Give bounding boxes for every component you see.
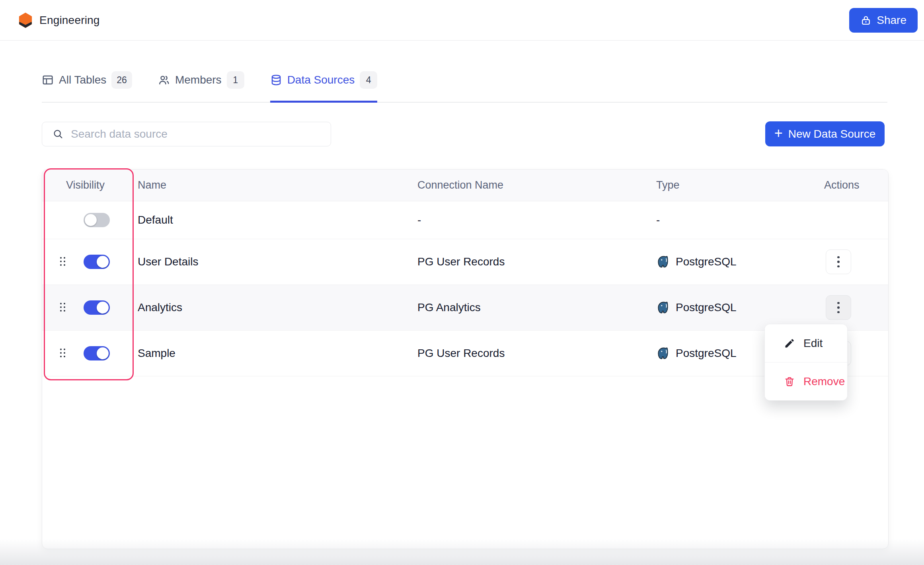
table-row-analytics: Analytics PG Analytics PostgreSQL	[42, 285, 888, 331]
column-header-name: Name	[138, 179, 417, 191]
search-box	[42, 122, 331, 146]
column-header-connection: Connection Name	[417, 179, 656, 191]
workspace-title: Engineering	[39, 14, 100, 27]
postgresql-icon	[656, 347, 670, 360]
tab-all-tables[interactable]: All Tables 26	[42, 68, 132, 102]
row-name: Sample	[138, 347, 417, 360]
visibility-toggle-analytics[interactable]	[84, 300, 110, 315]
share-button-label: Share	[877, 14, 906, 27]
context-menu-remove[interactable]: Remove	[765, 362, 847, 400]
row-actions-menu-button-open[interactable]	[826, 295, 851, 320]
tabs-bar: All Tables 26 Members 1 Data Sources 4	[42, 68, 887, 103]
postgresql-icon	[656, 255, 670, 269]
workspace-logo-icon	[18, 12, 33, 28]
table-row-sample: Sample PG User Records PostgreSQL	[42, 331, 888, 376]
row-connection: PG User Records	[417, 347, 656, 360]
tab-members-count: 1	[227, 71, 244, 89]
new-data-source-label: New Data Source	[788, 128, 875, 140]
workspace-brand: Engineering	[18, 12, 100, 28]
row-connection: PG User Records	[417, 255, 656, 268]
tab-all-tables-label: All Tables	[59, 74, 106, 86]
pencil-icon	[784, 338, 795, 349]
row-actions-menu-button[interactable]	[826, 249, 851, 274]
row-type: PostgreSQL	[676, 347, 737, 360]
search-icon	[53, 129, 64, 140]
row-context-menu: Edit Remove	[764, 324, 848, 401]
new-data-source-button[interactable]: + New Data Source	[765, 121, 885, 146]
data-sources-table: Visibility Name Connection Name Type Act…	[42, 169, 889, 549]
row-connection: PG Analytics	[417, 301, 656, 314]
lock-icon	[860, 15, 871, 26]
row-type: PostgreSQL	[676, 255, 737, 268]
drag-handle-icon[interactable]	[60, 303, 65, 313]
row-type: -	[656, 214, 660, 226]
tab-members-label: Members	[175, 74, 222, 86]
row-name: Analytics	[138, 301, 417, 314]
drag-handle-icon[interactable]	[60, 349, 65, 358]
share-button[interactable]: Share	[849, 8, 918, 33]
visibility-toggle-default[interactable]	[84, 213, 110, 227]
tab-data-sources[interactable]: Data Sources 4	[270, 68, 378, 102]
column-header-type: Type	[656, 179, 824, 191]
row-type: PostgreSQL	[676, 301, 737, 314]
tab-all-tables-count: 26	[111, 71, 132, 89]
search-input[interactable]	[71, 122, 331, 146]
topbar: Engineering Share	[0, 0, 924, 41]
workspace-page: Engineering Share All Tables 26	[0, 0, 924, 565]
context-menu-remove-label: Remove	[803, 375, 845, 388]
row-connection: -	[417, 214, 656, 226]
trash-icon	[784, 376, 795, 387]
table-header-row: Visibility Name Connection Name Type Act…	[42, 170, 888, 201]
drag-handle-icon[interactable]	[60, 257, 65, 267]
visibility-toggle-user-details[interactable]	[84, 255, 110, 269]
tab-data-sources-count: 4	[360, 71, 377, 89]
postgresql-icon	[656, 301, 670, 314]
context-menu-edit-label: Edit	[803, 337, 823, 350]
table-row-user-details: User Details PG User Records PostgreSQL	[42, 239, 888, 285]
database-icon	[270, 74, 282, 86]
plus-icon: +	[774, 126, 783, 140]
row-name: Default	[138, 214, 417, 226]
table-row-default: Default - -	[42, 201, 888, 239]
users-icon	[158, 74, 170, 86]
row-name: User Details	[138, 255, 417, 268]
context-menu-edit[interactable]: Edit	[765, 324, 847, 362]
table-icon	[42, 74, 54, 86]
tab-data-sources-label: Data Sources	[287, 74, 355, 86]
visibility-toggle-sample[interactable]	[84, 346, 110, 360]
column-header-visibility: Visibility	[42, 179, 138, 191]
column-header-actions: Actions	[824, 179, 889, 191]
tab-members[interactable]: Members 1	[158, 68, 244, 102]
